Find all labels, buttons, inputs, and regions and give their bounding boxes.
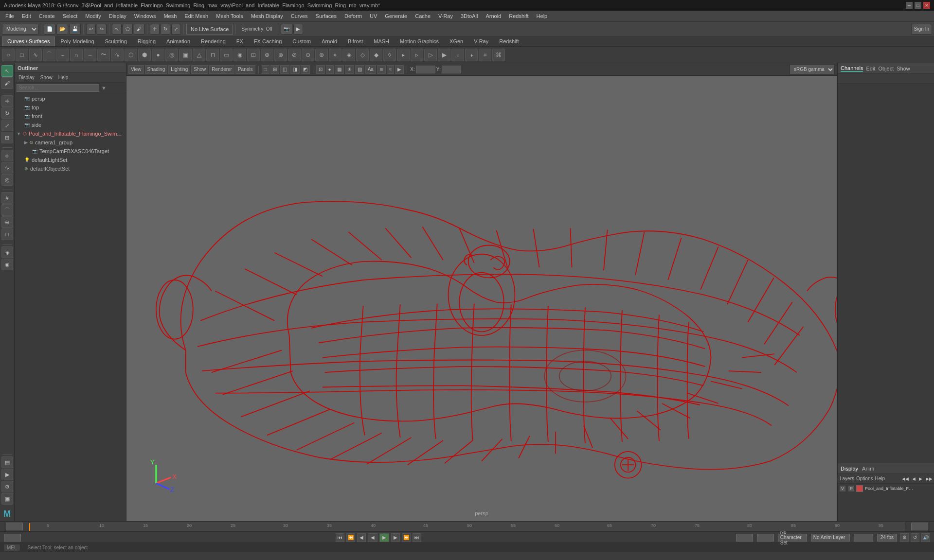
layer-nav-fwd-fwd[interactable]: ▶▶ <box>926 476 933 481</box>
shelf-tab-sculpting[interactable]: Sculpting <box>100 36 132 46</box>
loop-button[interactable]: ↺ <box>911 533 919 542</box>
show-manip-button[interactable]: ◎ <box>1 174 13 186</box>
vp-aa-btn[interactable]: Aa <box>365 65 376 74</box>
vp-light-btn[interactable]: ☀ <box>345 65 354 74</box>
shelf-icon-plane[interactable]: ▭ <box>220 49 233 61</box>
menu-item-3dtoall[interactable]: 3DtoAll <box>457 12 481 20</box>
menu-item-mesh-tools[interactable]: Mesh Tools <box>213 12 246 20</box>
menu-item-display[interactable]: Display <box>106 12 130 20</box>
shelf-tab-fx-caching[interactable]: FX Caching <box>249 36 287 46</box>
shelf-icon-arc[interactable]: ∿ <box>29 49 42 61</box>
menu-item-modify[interactable]: Modify <box>82 12 104 20</box>
sign-in-button[interactable]: Sign In <box>911 24 932 35</box>
menu-item-select[interactable]: Select <box>59 12 81 20</box>
layers-label[interactable]: Layers <box>840 476 854 481</box>
redo-button[interactable]: ↪ <box>97 24 107 35</box>
no-live-surface[interactable]: No Live Surface <box>186 24 233 35</box>
shelf-icon-tool5[interactable]: ⊛ <box>315 49 328 61</box>
current-frame-input[interactable]: 1 <box>4 534 21 542</box>
outliner-item-tempcam[interactable]: 📷 TempCamFBXASC046Target <box>15 147 126 156</box>
menu-item-create[interactable]: Create <box>36 12 58 20</box>
vp-motion-btn[interactable]: ≈ <box>387 65 395 74</box>
shelf-icon-tool11[interactable]: ▸ <box>397 49 410 61</box>
snap-curve-button[interactable]: ⌒ <box>1 204 13 216</box>
fps-button[interactable]: 24 fps <box>877 534 897 542</box>
shelf-icon-curve5[interactable]: 〜 <box>97 49 110 61</box>
shelf-icon-tool8[interactable]: ◇ <box>356 49 369 61</box>
menu-item-v-ray[interactable]: V-Ray <box>435 12 456 20</box>
vp-cam-persp[interactable]: □ <box>262 65 269 74</box>
vp-x-input[interactable]: 0.00 <box>416 66 435 73</box>
camera-options[interactable]: 📷 <box>281 24 292 35</box>
vp-render-btn[interactable]: ▶ <box>395 65 404 74</box>
shelf-tab-xgen[interactable]: XGen <box>444 36 468 46</box>
save-scene-button[interactable]: 💾 <box>69 24 81 35</box>
shelf-icon-tool9[interactable]: ◆ <box>370 49 382 61</box>
show-tab[interactable]: Show <box>897 66 910 71</box>
menu-item-edit[interactable]: Edit <box>18 12 35 20</box>
vp-cam-front[interactable]: ◫ <box>280 65 289 74</box>
menu-item-mesh[interactable]: Mesh <box>160 12 180 20</box>
outliner-item-top[interactable]: 📷 top <box>15 103 126 112</box>
vp-show-menu[interactable]: Show <box>191 65 208 74</box>
vp-cam-top[interactable]: ◩ <box>301 65 310 74</box>
shelf-icon-curve1[interactable]: ⌒ <box>43 49 55 61</box>
new-scene-button[interactable]: 📄 <box>44 24 55 35</box>
shelf-icon-cyl[interactable]: ⊓ <box>206 49 219 61</box>
shelf-icon-tool7[interactable]: ◈ <box>342 49 355 61</box>
play-back-button[interactable]: ◀ <box>368 533 377 542</box>
object-tab[interactable]: Object <box>878 66 894 71</box>
vp-renderer-menu[interactable]: Renderer <box>209 65 234 74</box>
shelf-tab-rendering[interactable]: Rendering <box>196 36 231 46</box>
timeline-end-input[interactable]: 120 <box>911 523 928 530</box>
viewport-canvas[interactable]: X Y Z persp <box>126 76 837 521</box>
anim-tab[interactable]: Anim <box>862 466 874 472</box>
shelf-icon-tool14[interactable]: ▶ <box>438 49 450 61</box>
go-to-end-button[interactable]: ⏭ <box>413 533 421 542</box>
shelf-tab-poly-modeling[interactable]: Poly Modeling <box>55 36 99 46</box>
outliner-menu-help[interactable]: Help <box>56 74 71 81</box>
render-region-button[interactable]: ▤ <box>1 456 13 468</box>
vp-view-menu[interactable]: View <box>128 65 144 74</box>
lasso-tool[interactable]: ⬠ <box>123 24 133 35</box>
shelf-icon-cone[interactable]: △ <box>193 49 205 61</box>
outliner-item-persp[interactable]: 📷 persp <box>15 94 126 103</box>
sculpt-button[interactable]: ∿ <box>1 162 13 174</box>
scale-tool[interactable]: ⤢ <box>171 24 181 35</box>
soft-mod-button[interactable]: ⌾ <box>1 150 13 161</box>
vp-panels-menu[interactable]: Panels <box>235 65 255 74</box>
range-end-input[interactable]: 120 <box>757 534 774 542</box>
go-to-start-button[interactable]: ⏮ <box>336 533 344 542</box>
shelf-icon-tool12[interactable]: ▹ <box>411 49 423 61</box>
menu-item-mesh-display[interactable]: Mesh Display <box>248 12 287 20</box>
shelf-icon-nurbs-cube[interactable]: ⊡ <box>247 49 260 61</box>
vp-lighting-menu[interactable]: Lighting <box>168 65 190 74</box>
shelf-icon-tool10[interactable]: ◊ <box>383 49 396 61</box>
shelf-icon-tool18[interactable]: ⌘ <box>492 49 505 61</box>
shelf-icon-tool15[interactable]: ⬦ <box>451 49 464 61</box>
vp-cam-four[interactable]: ⊞ <box>270 65 279 74</box>
sound-button[interactable]: 🔊 <box>921 533 930 542</box>
menu-item-deform[interactable]: Deform <box>341 12 365 20</box>
shelf-icon-tool6[interactable]: ⋄ <box>329 49 341 61</box>
menu-item-windows[interactable]: Windows <box>131 12 160 20</box>
shelf-icon-curve6[interactable]: ∿ <box>111 49 124 61</box>
shelf-icon-sphere[interactable]: ● <box>152 49 164 61</box>
undo-button[interactable]: ↩ <box>86 24 96 35</box>
isolate-button[interactable]: ◈ <box>1 246 13 258</box>
timeline-ruler[interactable]: 5 10 15 20 25 30 35 40 45 50 55 60 65 70… <box>29 522 905 531</box>
menu-item-uv[interactable]: UV <box>366 12 380 20</box>
shelf-icon-torus[interactable]: ◎ <box>165 49 178 61</box>
display-tab[interactable]: Display <box>841 466 858 472</box>
render-view-button[interactable]: ▣ <box>1 493 13 505</box>
quick-sel-button[interactable]: ◉ <box>1 259 13 270</box>
menu-item-surfaces[interactable]: Surfaces <box>312 12 340 20</box>
menu-item-help[interactable]: Help <box>533 12 551 20</box>
outliner-item-side[interactable]: 📷 side <box>15 121 126 129</box>
shelf-tab-fx[interactable]: FX <box>231 36 249 46</box>
menu-item-edit-mesh[interactable]: Edit Mesh <box>181 12 212 20</box>
no-char-set-button[interactable]: No Character Set <box>778 534 807 542</box>
menu-item-file[interactable]: File <box>2 12 18 20</box>
shelf-icon-nurbs-sphere[interactable]: ◉ <box>234 49 246 61</box>
shelf-icon-tool3[interactable]: ⊘ <box>288 49 301 61</box>
